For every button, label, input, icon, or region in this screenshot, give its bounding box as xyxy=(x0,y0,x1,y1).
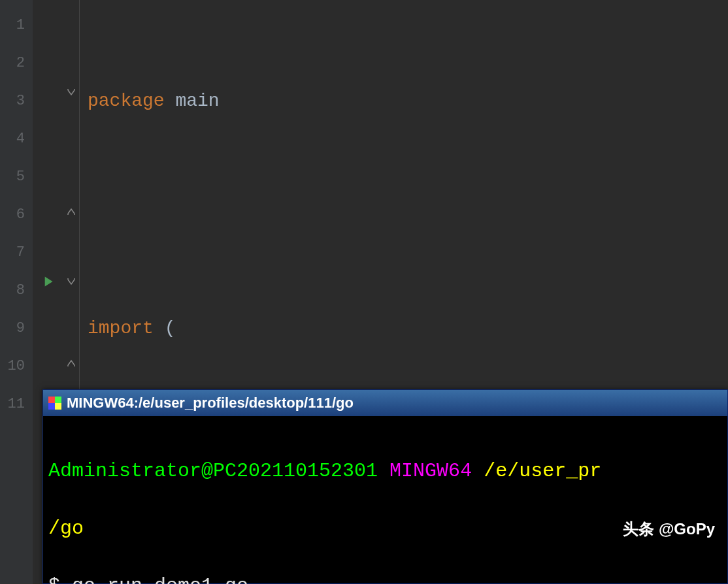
fold-collapse-icon[interactable] xyxy=(65,278,77,291)
line-number: 5 xyxy=(0,158,25,196)
terminal-body[interactable]: Administrator@PC202110152301 MINGW64 /e/… xyxy=(43,416,727,584)
terminal-window[interactable]: MINGW64:/e/user_profiles/desktop/111/go … xyxy=(42,389,728,584)
prompt-path: /e/user_pr xyxy=(484,460,601,482)
watermark: 头条 @GoPy xyxy=(623,519,715,540)
line-number: 8 xyxy=(0,272,25,310)
fold-expand-icon[interactable] xyxy=(65,203,77,216)
terminal-line: /go xyxy=(48,514,722,543)
run-icon[interactable] xyxy=(39,273,56,295)
svg-rect-3 xyxy=(55,403,61,410)
line-number: 11 xyxy=(0,385,25,423)
terminal-command: go run demo1.go xyxy=(72,575,248,584)
terminal-title: MINGW64:/e/user_profiles/desktop/111/go xyxy=(67,395,354,412)
terminal-app-icon xyxy=(48,397,61,410)
code-line: import ( xyxy=(88,310,615,348)
prompt-symbol: $ xyxy=(48,575,72,584)
line-number: 3 xyxy=(0,82,25,120)
line-number: 1 xyxy=(0,7,25,44)
code-line: package main xyxy=(88,82,615,120)
line-number: 7 xyxy=(0,234,25,272)
line-number: 4 xyxy=(0,120,25,158)
code-line xyxy=(88,196,615,234)
line-number-gutter: 1 2 3 4 5 6 7 8 9 10 11 xyxy=(0,0,33,584)
svg-rect-2 xyxy=(48,403,55,410)
line-number: 10 xyxy=(0,348,25,385)
prompt-path-cont: /go xyxy=(48,517,84,540)
prompt-env: MINGW64 xyxy=(389,460,472,482)
terminal-line: Administrator@PC202110152301 MINGW64 /e/… xyxy=(48,457,722,485)
svg-rect-0 xyxy=(48,397,55,403)
line-number: 2 xyxy=(0,44,25,82)
svg-rect-1 xyxy=(55,397,61,403)
terminal-titlebar[interactable]: MINGW64:/e/user_profiles/desktop/111/go xyxy=(43,390,727,416)
line-number: 9 xyxy=(0,310,25,348)
fold-collapse-icon[interactable] xyxy=(65,88,77,101)
fold-expand-icon[interactable] xyxy=(65,354,77,367)
terminal-line: $ go run demo1.go xyxy=(48,572,722,584)
prompt-user: Administrator@PC202110152301 xyxy=(48,460,378,482)
line-number: 6 xyxy=(0,196,25,234)
